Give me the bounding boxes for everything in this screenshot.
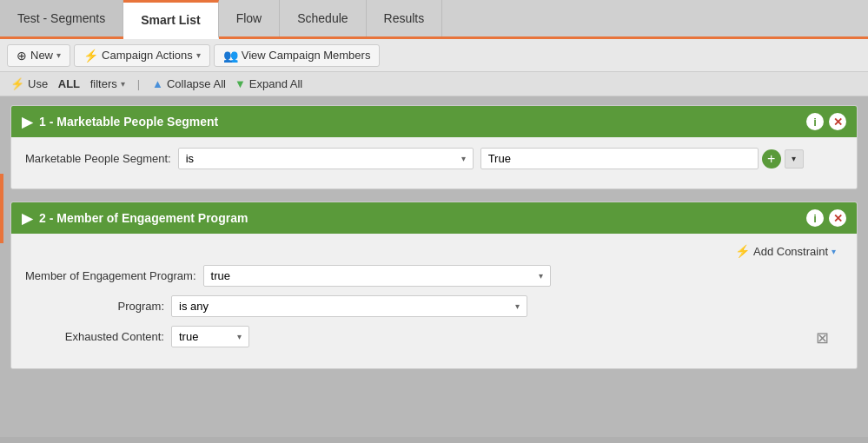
use-label: Use: [28, 77, 48, 90]
add-constraint-button[interactable]: ⚡ Add Constraint ▾: [735, 244, 836, 258]
toolbar: ⊕ New ▾ ⚡ Campaign Actions ▾ 👥 View Camp…: [0, 39, 868, 72]
use-filters-caret-icon: ▾: [121, 79, 125, 89]
campaign-actions-label: Campaign Actions: [102, 49, 193, 62]
segment-2-body: ⚡ Add Constraint ▾ Member of Engagement …: [11, 234, 857, 368]
segment-2-info-button[interactable]: i: [806, 209, 824, 227]
segment-2-field-2-value: is any: [179, 300, 209, 313]
segment-1-block: ▶ 1 - Marketable People Segment i ✕ Mark…: [10, 105, 858, 189]
expand-icon: ▼: [235, 77, 246, 90]
segment-2-field-3-arrow-icon: ▾: [237, 332, 242, 341]
segment-2-field-2-row: Program: is any ▾: [25, 295, 843, 317]
new-caret-icon: ▾: [56, 50, 61, 60]
tab-results-label: Results: [384, 11, 425, 25]
campaign-actions-icon: ⚡: [83, 49, 98, 63]
tab-test-segments[interactable]: Test - Segments: [0, 0, 123, 36]
delete-icon: ⊠: [816, 328, 829, 347]
all-label: ALL: [58, 77, 80, 90]
segment-1-field-row: Marketable People Segment: is ▾ True + ▾: [25, 148, 843, 169]
main-content: ▶ 1 - Marketable People Segment i ✕ Mark…: [0, 96, 868, 437]
segment-2-field-3-delete-button[interactable]: ⊠: [256, 328, 843, 347]
segment-1-field-label: Marketable People Segment:: [25, 152, 171, 165]
segment-2-field-1-value: true: [211, 269, 230, 282]
tab-smart-list-label: Smart List: [141, 13, 200, 27]
segment-2-title: 2 - Member of Engagement Program: [39, 211, 248, 225]
view-campaign-members-icon: 👥: [223, 49, 238, 63]
segment-1-value-group: True + ▾: [480, 148, 804, 169]
expand-all-label: Expand All: [249, 77, 302, 90]
collapse-icon: ▲: [152, 77, 163, 90]
filters-label: filters: [90, 77, 117, 90]
divider: |: [137, 77, 140, 90]
segment-1-add-value-button[interactable]: +: [762, 149, 781, 169]
segment-2-field-1-arrow-icon: ▾: [539, 271, 543, 281]
new-icon: ⊕: [17, 49, 27, 63]
new-label: New: [30, 49, 53, 62]
expand-all-button[interactable]: ▼ Expand All: [235, 77, 302, 90]
segment-1-operator-arrow-icon: ▾: [461, 154, 466, 163]
view-campaign-members-button[interactable]: 👥 View Campaign Members: [214, 44, 381, 67]
add-constraint-icon: ⚡: [735, 244, 750, 258]
segment-1-title: 1 - Marketable People Segment: [39, 115, 218, 129]
segment-1-header: ▶ 1 - Marketable People Segment i ✕: [11, 106, 857, 137]
segment-2-field-1-select[interactable]: true ▾: [203, 265, 551, 287]
segment-1-controls: i ✕: [806, 113, 846, 130]
segment-1-value: True: [488, 152, 511, 165]
left-accent: [0, 174, 3, 243]
segment-1-close-button[interactable]: ✕: [829, 113, 846, 130]
segment-2-field-3-select[interactable]: true ▾: [171, 326, 249, 347]
tab-results[interactable]: Results: [367, 0, 443, 36]
segment-1-arrow-icon: ▶: [22, 114, 32, 130]
tab-smart-list[interactable]: Smart List: [123, 0, 218, 39]
campaign-actions-button[interactable]: ⚡ Campaign Actions ▾: [74, 44, 210, 67]
segment-2-field-3-value: true: [179, 330, 198, 343]
use-all-filters[interactable]: ⚡ Use ALL filters ▾: [10, 77, 125, 90]
segment-2-controls: i ✕: [806, 209, 846, 227]
add-constraint-row: ⚡ Add Constraint ▾: [25, 241, 843, 265]
segment-1-header-left: ▶ 1 - Marketable People Segment: [22, 114, 218, 130]
collapse-all-label: Collapse All: [167, 77, 226, 90]
tab-schedule-label: Schedule: [297, 11, 348, 25]
filter-icon: ⚡: [10, 77, 24, 90]
add-constraint-label: Add Constraint: [753, 245, 828, 258]
segment-1-value-select[interactable]: True: [480, 148, 759, 169]
segment-2-header-left: ▶ 2 - Member of Engagement Program: [22, 210, 248, 227]
segment-2-field-2-label: Program:: [25, 300, 164, 313]
segment-2-arrow-icon: ▶: [22, 210, 32, 227]
segment-1-operator-select[interactable]: is ▾: [178, 148, 474, 169]
tab-test-segments-label: Test - Segments: [17, 11, 105, 25]
add-constraint-caret-icon: ▾: [832, 247, 836, 256]
segment-1-operator-value: is: [186, 152, 194, 165]
collapse-all-button[interactable]: ▲ Collapse All: [152, 77, 226, 90]
new-button[interactable]: ⊕ New ▾: [7, 44, 70, 67]
segment-1-value-dropdown-button[interactable]: ▾: [785, 149, 804, 169]
segment-2-block: ▶ 2 - Member of Engagement Program i ✕ ⚡…: [10, 202, 858, 369]
tab-schedule[interactable]: Schedule: [280, 0, 366, 36]
tab-bar: Test - Segments Smart List Flow Schedule…: [0, 0, 868, 39]
segment-2-field-1-row: Member of Engagement Program: true ▾: [25, 265, 843, 287]
segment-2-close-button[interactable]: ✕: [829, 209, 846, 227]
tab-flow[interactable]: Flow: [219, 0, 281, 36]
segment-1-info-button[interactable]: i: [806, 113, 824, 130]
segment-2-field-2-arrow-icon: ▾: [515, 301, 520, 311]
segment-2-field-1-label: Member of Engagement Program:: [25, 269, 196, 282]
tab-flow-label: Flow: [236, 11, 262, 25]
view-campaign-members-label: View Campaign Members: [242, 49, 371, 62]
segment-2-header: ▶ 2 - Member of Engagement Program i ✕: [11, 202, 857, 234]
segment-2-field-2-select[interactable]: is any ▾: [171, 295, 527, 317]
campaign-actions-caret-icon: ▾: [196, 50, 201, 60]
segment-2-field-3-label: Exhausted Content:: [25, 330, 164, 343]
segment-1-body: Marketable People Segment: is ▾ True + ▾: [11, 137, 857, 188]
segment-2-field-3-row: Exhausted Content: true ▾ ⊠: [25, 326, 843, 347]
filter-bar: ⚡ Use ALL filters ▾ | ▲ Collapse All ▼ E…: [0, 72, 868, 96]
